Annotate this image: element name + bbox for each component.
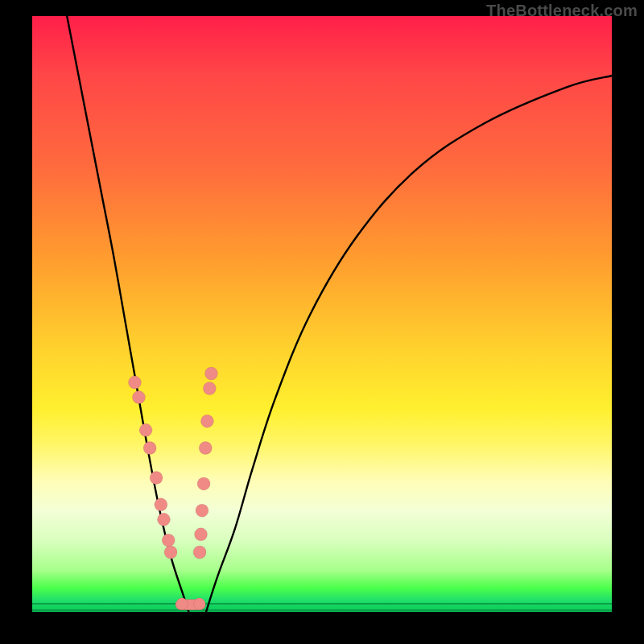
chart-background-gradient bbox=[32, 16, 612, 612]
chart-stage: TheBottleneck.com bbox=[0, 0, 644, 644]
green-baseline-upper bbox=[32, 603, 612, 605]
green-baseline-lower bbox=[32, 609, 612, 611]
